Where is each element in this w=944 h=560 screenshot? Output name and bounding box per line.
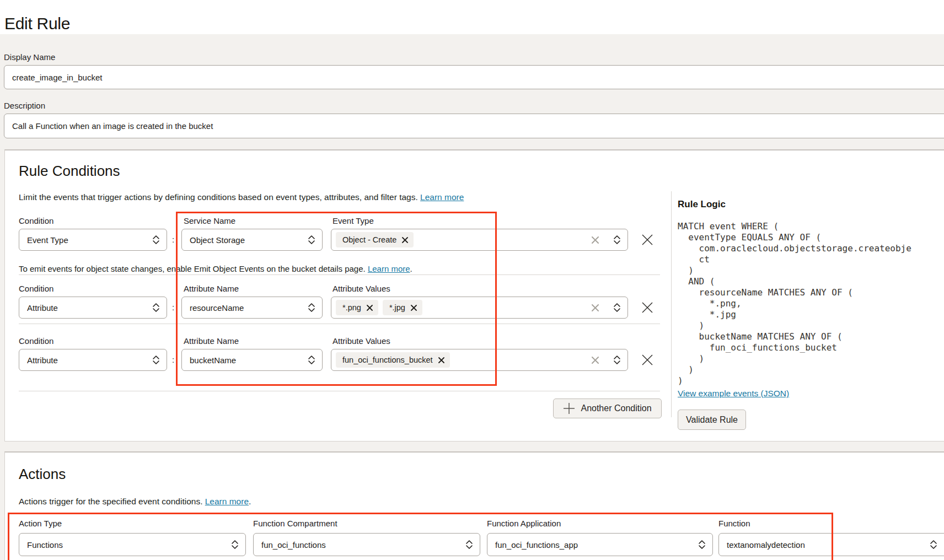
actions-title: Actions [19,466,66,483]
function-value: textanomalydetection [727,540,805,550]
condition-type-select-2[interactable]: Attribute [19,297,167,319]
attribute-values-label-3: Attribute Values [332,336,390,346]
condition-type-select-3[interactable]: Attribute [19,349,167,371]
condition-label-2: Condition [19,284,53,293]
service-name-value: Object Storage [190,235,245,245]
emit-events-help-text: To emit events for object state changes,… [19,264,366,273]
function-select[interactable]: textanomalydetection [718,533,944,556]
selected-value-chip: *.jpg [383,300,422,315]
conditions-learn-more-link[interactable]: Learn more [420,192,464,202]
selected-value-chip: fun_oci_functions_bucket [336,352,450,368]
rule-logic-divider [671,191,672,417]
updown-chevron-icon [303,303,315,313]
edit-rule-page: Edit Rule Display Name create_image_in_b… [0,0,944,560]
divider [19,324,660,324]
help-suffix: . [410,264,412,273]
service-name-label: Service Name [184,216,235,225]
chip-label: fun_oci_functions_bucket [342,356,433,364]
chip-label: Object - Create [342,235,396,244]
updown-chevron-icon [609,303,621,313]
emit-events-learn-more-link[interactable]: Learn more [368,264,410,273]
rule-logic-title: Rule Logic [678,199,726,210]
display-name-input[interactable]: create_image_in_bucket [4,65,944,89]
display-name-label: Display Name [4,52,55,62]
actions-intro: Actions trigger for the specified event … [19,497,251,507]
event-type-multiselect[interactable]: Object - Create [331,229,628,251]
view-example-events-link[interactable]: View example events (JSON) [678,389,789,399]
page-title: Edit Rule [4,14,70,33]
description-value: Call a Function when an image is created… [12,121,213,131]
function-compartment-select[interactable]: fun_oci_functions [253,533,480,556]
description-label: Description [4,101,45,110]
remove-chip-icon[interactable] [411,305,417,311]
condition-type-value-1: Event Type [27,235,68,245]
attribute-name-select-3[interactable]: bucketName [181,349,323,371]
delete-condition-icon[interactable] [639,231,656,248]
attribute-name-value-3: bucketName [190,356,236,365]
updown-chevron-icon [609,235,621,245]
condition-type-value-3: Attribute [27,356,58,365]
attribute-name-value-2: resourceName [190,303,244,313]
attribute-name-select-2[interactable]: resourceName [181,297,323,319]
divider [19,274,660,275]
chip-label: *.jpg [389,303,405,312]
another-condition-label: Another Condition [581,403,651,413]
plus-icon [563,402,575,414]
function-application-select[interactable]: fun_oci_functions_app [487,533,713,556]
updown-chevron-icon [303,355,315,365]
field-separator: : [172,235,174,244]
rule-conditions-intro: Limit the events that trigger actions by… [19,192,464,202]
action-type-value: Functions [27,540,63,550]
actions-learn-more-link[interactable]: Learn more [205,497,249,506]
updown-chevron-icon [148,355,160,365]
attribute-name-label-3: Attribute Name [184,336,239,346]
actions-card: Actions Actions trigger for the specifie… [4,451,944,560]
field-separator: : [172,303,174,312]
delete-condition-icon[interactable] [639,352,656,368]
event-type-label: Event Type [332,216,374,225]
another-condition-button[interactable]: Another Condition [553,399,662,418]
function-application-label: Function Application [487,519,561,528]
condition-type-value-2: Attribute [27,303,58,313]
rule-conditions-title: Rule Conditions [19,163,120,180]
divider [19,391,660,391]
clear-field-icon[interactable] [592,304,609,311]
selected-value-chip: Object - Create [336,232,414,247]
updown-chevron-icon [925,540,944,550]
updown-chevron-icon [148,303,160,313]
condition-label-3: Condition [19,336,53,346]
remove-chip-icon[interactable] [367,305,373,311]
clear-field-icon[interactable] [592,357,609,364]
attribute-values-multiselect-2[interactable]: *.png *.jpg [331,297,628,319]
remove-chip-icon[interactable] [438,357,444,363]
remove-chip-icon[interactable] [402,237,408,243]
condition-label-1: Condition [19,216,53,225]
updown-chevron-icon [461,540,473,550]
selected-value-chip: *.png [336,300,378,315]
attribute-name-label-2: Attribute Name [184,284,239,293]
actions-intro-suffix: . [249,497,251,506]
actions-intro-text: Actions trigger for the specified event … [19,497,202,506]
attribute-values-multiselect-3[interactable]: fun_oci_functions_bucket [331,349,628,371]
chip-label: *.png [342,303,361,312]
validate-rule-button[interactable]: Validate Rule [678,410,746,430]
function-compartment-value: fun_oci_functions [261,540,326,550]
delete-condition-icon[interactable] [639,299,656,316]
emit-events-help: To emit events for object state changes,… [19,264,412,273]
description-input[interactable]: Call a Function when an image is created… [4,114,944,138]
function-label: Function [718,519,750,528]
function-compartment-label: Function Compartment [253,519,337,528]
validate-rule-label: Validate Rule [686,415,738,425]
action-type-select[interactable]: Functions [19,533,246,556]
field-separator: : [172,355,174,364]
rule-conditions-card: Rule Conditions Limit the events that tr… [4,149,944,441]
clear-field-icon[interactable] [592,236,609,244]
display-name-value: create_image_in_bucket [12,73,102,82]
attribute-values-label-2: Attribute Values [332,284,390,293]
updown-chevron-icon [694,540,706,550]
service-name-select[interactable]: Object Storage [181,229,323,251]
rule-logic-code: MATCH event WHERE ( eventType EQUALS ANY… [678,221,944,386]
updown-chevron-icon [303,235,315,245]
condition-type-select-1[interactable]: Event Type [19,229,167,251]
updown-chevron-icon [609,355,621,365]
